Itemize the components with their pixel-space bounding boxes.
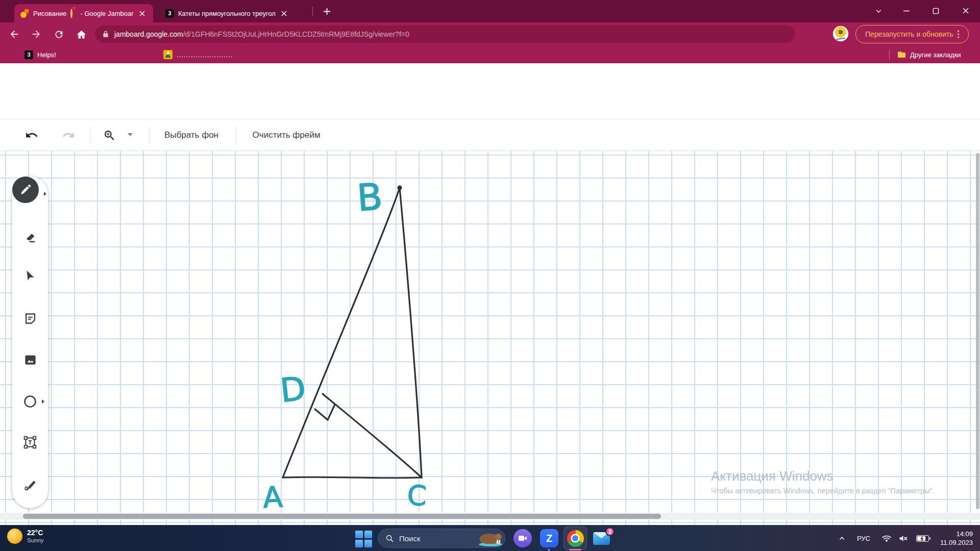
volume-muted-icon[interactable] bbox=[895, 525, 911, 551]
reload-icon[interactable] bbox=[51, 27, 66, 42]
forward-icon[interactable] bbox=[29, 27, 44, 42]
url-domain: jamboard.google.com bbox=[114, 30, 183, 38]
home-icon[interactable] bbox=[74, 27, 89, 42]
chrome-app-icon[interactable] bbox=[564, 527, 587, 550]
time: 14:09 bbox=[940, 530, 973, 538]
right-angle-mark bbox=[315, 405, 335, 420]
new-tab-button[interactable] bbox=[317, 2, 336, 20]
horizontal-scrollbar[interactable] bbox=[0, 513, 980, 520]
tab-title: Катеты прямоугольного треугол bbox=[178, 10, 276, 17]
cursor-icon bbox=[23, 269, 37, 282]
language-indicator[interactable]: РУС bbox=[853, 525, 874, 551]
url-bar[interactable]: jamboard.google.com/d/1GFH6nFSSt2OjUuLjH… bbox=[95, 26, 795, 43]
text-box-tool[interactable]: T bbox=[22, 434, 38, 450]
label-c: C bbox=[407, 479, 427, 512]
bookmark-label: Helps! bbox=[37, 51, 56, 59]
sun-icon bbox=[7, 529, 22, 544]
zoom-app-icon[interactable]: Z bbox=[540, 529, 558, 547]
pen-submenu-caret bbox=[44, 192, 46, 196]
back-icon[interactable] bbox=[7, 27, 22, 42]
vertex-dot bbox=[398, 186, 402, 190]
tab-separator bbox=[312, 7, 313, 16]
bookmarks-divider bbox=[889, 49, 890, 60]
laser-pointer-tool[interactable] bbox=[22, 476, 38, 492]
bookmarks-bar: 3 Helps! ........................ Другие… bbox=[0, 46, 980, 63]
windows-logo-icon bbox=[355, 531, 372, 547]
search-icon bbox=[385, 534, 394, 543]
zoom-in-icon[interactable] bbox=[101, 127, 117, 143]
watermark-title: Активация Windows bbox=[711, 468, 934, 484]
numbered-favicon: 3 bbox=[165, 9, 174, 18]
other-bookmarks[interactable]: Другие закладки bbox=[897, 46, 961, 63]
tray-expand-chevron[interactable] bbox=[834, 525, 849, 551]
jamboard-favicon bbox=[20, 9, 29, 18]
chat-app-icon[interactable] bbox=[513, 529, 532, 547]
tab-jamboard[interactable]: Рисование - Google Jamboar bbox=[14, 4, 153, 22]
shape-tool[interactable] bbox=[22, 393, 38, 410]
tab-strip: Рисование - Google Jamboar 3 Катеты прям… bbox=[0, 0, 980, 22]
medal-emoji-icon bbox=[70, 10, 76, 17]
eraser-icon bbox=[23, 230, 37, 243]
running-indicator bbox=[548, 549, 550, 550]
tab-search-chevron-icon[interactable] bbox=[867, 0, 890, 21]
drawing-canvas[interactable]: B D A C bbox=[0, 151, 980, 525]
watermark-subtitle: Чтобы активировать Windows, перейдите в … bbox=[711, 487, 934, 495]
choose-background-button[interactable]: Выбрать фон bbox=[157, 126, 226, 145]
toolbar-divider bbox=[236, 127, 236, 144]
tab-title: Рисование bbox=[33, 10, 66, 17]
tab-title-suffix: - Google Jamboar bbox=[80, 10, 133, 17]
label-a: A bbox=[262, 480, 284, 514]
redo-icon[interactable] bbox=[60, 127, 77, 143]
scrollbar-thumb[interactable] bbox=[23, 514, 661, 519]
folder-icon bbox=[897, 51, 906, 58]
windows-activation-watermark: Активация Windows Чтобы активировать Win… bbox=[711, 468, 934, 495]
laser-icon bbox=[23, 478, 37, 491]
maximize-button[interactable] bbox=[924, 0, 947, 21]
clock-widget[interactable]: 14:09 11.09.2023 bbox=[940, 530, 973, 547]
toolbar-divider bbox=[149, 127, 150, 144]
undo-icon[interactable] bbox=[23, 127, 40, 143]
triangle-strokes bbox=[283, 188, 422, 478]
clear-frame-button[interactable]: Очистить фрейм bbox=[244, 126, 329, 145]
taskbar-search[interactable]: Поиск bbox=[378, 529, 505, 548]
bookmark-helps[interactable]: 3 Helps! bbox=[24, 46, 56, 63]
close-tab-icon[interactable] bbox=[138, 9, 147, 18]
windows-taskbar: 22°C Sunny Поиск Z 3 РУС bbox=[0, 525, 980, 551]
restart-update-button[interactable]: Перезапустить и обновить bbox=[855, 25, 969, 43]
date: 11.09.2023 bbox=[940, 538, 973, 547]
image-icon bbox=[23, 353, 37, 367]
chrome-logo-icon bbox=[567, 530, 584, 547]
start-button[interactable] bbox=[354, 530, 373, 548]
weather-widget[interactable]: 22°C Sunny bbox=[7, 529, 44, 544]
toolbar-divider bbox=[90, 127, 90, 144]
circle-shape-icon bbox=[23, 394, 37, 409]
vertical-scrollbar[interactable] bbox=[976, 153, 979, 509]
browser-toolbar: jamboard.google.com/d/1GFH6nFSSt2OjUuLjH… bbox=[0, 22, 980, 46]
lock-icon bbox=[102, 31, 109, 38]
image-tool[interactable] bbox=[22, 352, 38, 368]
close-window-button[interactable] bbox=[954, 0, 977, 21]
zoom-dropdown-icon[interactable] bbox=[128, 133, 133, 136]
canvas-toolbar: Выбрать фон Очистить фрейм bbox=[0, 119, 980, 151]
wifi-icon[interactable] bbox=[879, 525, 894, 551]
bookmark-dots[interactable]: ........................ bbox=[163, 46, 233, 63]
tab-katety[interactable]: 3 Катеты прямоугольного треугол bbox=[159, 4, 307, 22]
eraser-tool[interactable] bbox=[22, 228, 38, 244]
close-tab-icon[interactable] bbox=[280, 9, 289, 18]
profile-avatar[interactable] bbox=[833, 26, 848, 41]
pen-icon bbox=[19, 183, 32, 196]
bookmark-label: ........................ bbox=[177, 51, 233, 59]
sunflower-avatar-image bbox=[833, 26, 848, 41]
sticky-note-tool[interactable] bbox=[22, 310, 38, 327]
minimize-button[interactable] bbox=[895, 0, 918, 21]
classroom-icon bbox=[163, 50, 173, 59]
text-box-icon: T bbox=[23, 435, 37, 449]
active-app-indicator bbox=[569, 549, 581, 550]
pen-tool-selected[interactable] bbox=[12, 177, 39, 203]
zoom-letter: Z bbox=[546, 533, 552, 544]
battery-charging-icon[interactable] bbox=[914, 525, 931, 551]
app-header: Рисование 1 / 1 Настройки Доступа bbox=[0, 63, 980, 119]
weather-condition: Sunny bbox=[27, 537, 44, 544]
tool-palette: T bbox=[12, 177, 48, 508]
select-tool[interactable] bbox=[22, 267, 38, 284]
